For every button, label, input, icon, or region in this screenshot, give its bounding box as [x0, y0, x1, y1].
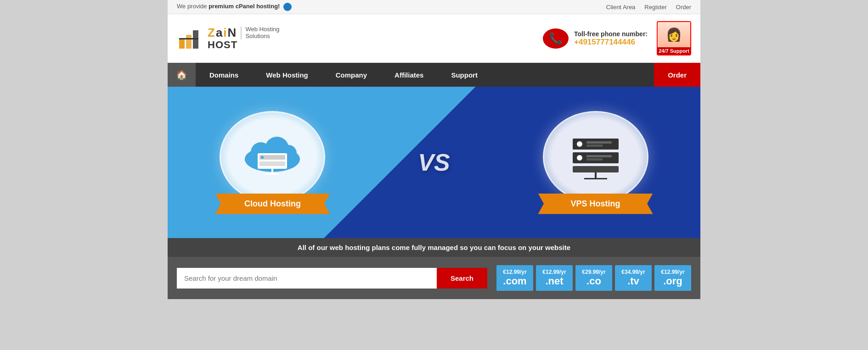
domain-price-item[interactable]: €29.99/yr .co	[575, 265, 612, 291]
hero-banner: Cloud Hosting VS	[168, 87, 700, 238]
vps-server-icon	[559, 129, 632, 184]
domain-price-item[interactable]: €34.99/yr .tv	[615, 265, 652, 291]
nav-home-button[interactable]: 🏠	[168, 63, 196, 87]
logo-tagline: Web Hosting Solutions	[245, 26, 279, 39]
logo-tagline1: Web Hosting	[245, 26, 279, 33]
svg-rect-24	[573, 166, 619, 172]
domain-price-ext: .net	[542, 275, 566, 287]
cloud-ribbon: Cloud Hosting	[215, 194, 330, 214]
logo-icon	[177, 26, 202, 51]
order-link-top[interactable]: Order	[676, 4, 691, 11]
svg-rect-15	[265, 173, 279, 175]
vps-oval	[543, 111, 648, 203]
svg-point-17	[577, 141, 582, 147]
nav-company[interactable]: Company	[322, 63, 381, 87]
cloud-hosting-card: Cloud Hosting	[208, 111, 337, 214]
svg-point-12	[261, 156, 264, 159]
managed-text: All of our web hosting plans come fully …	[298, 244, 570, 251]
domain-price-ext: .org	[661, 275, 685, 287]
nav-affiliates[interactable]: Affiliates	[381, 63, 437, 87]
domain-price-amount: €12.99/yr	[542, 269, 566, 275]
logo-host: HOST	[208, 39, 280, 51]
phone-area: 📞 Toll-free phone number: +4915777144446	[542, 26, 648, 51]
client-area-link[interactable]: Client Area	[606, 4, 636, 11]
header-right: 📞 Toll-free phone number: +4915777144446…	[542, 21, 691, 56]
svg-rect-23	[586, 158, 603, 161]
register-link[interactable]: Register	[644, 4, 666, 11]
promo-bold: premium cPanel hosting!	[209, 3, 280, 10]
vs-text: VS	[418, 149, 450, 176]
logo-i: i	[223, 26, 227, 39]
svg-rect-13	[259, 161, 285, 166]
svg-rect-3	[179, 38, 198, 39]
domain-price-amount: €12.99/yr	[661, 269, 685, 275]
support-person-icon: 👩	[658, 22, 690, 47]
logo-tagline2: Solutions	[245, 33, 279, 39]
support-badge: 👩 24/7 Support	[657, 21, 691, 56]
svg-rect-25	[595, 172, 597, 179]
top-links: Client Area Register Order	[606, 4, 691, 11]
domain-price-amount: €34.99/yr	[621, 269, 645, 275]
domain-price-amount: €12.99/yr	[503, 269, 527, 275]
domain-price-ext: .tv	[621, 275, 645, 287]
phone-details: Toll-free phone number: +4915777144446	[574, 30, 648, 47]
cloud-oval	[220, 111, 325, 203]
svg-rect-1	[186, 35, 192, 49]
svg-rect-19	[586, 144, 603, 147]
domain-price-item[interactable]: €12.99/yr .net	[536, 265, 573, 291]
globe-icon	[283, 3, 292, 11]
phone-label: Toll-free phone number:	[574, 30, 648, 38]
logo-zain: ZaiN	[208, 26, 237, 40]
domain-price-item[interactable]: €12.99/yr .org	[654, 265, 691, 291]
nav-domains[interactable]: Domains	[196, 63, 252, 87]
svg-rect-22	[586, 155, 612, 157]
cloud-label: Cloud Hosting	[244, 199, 301, 209]
domain-price-ext: .com	[503, 275, 527, 287]
domain-price-ext: .co	[582, 275, 606, 287]
domain-prices: €12.99/yr .com €12.99/yr .net €29.99/yr …	[496, 265, 691, 291]
header: ZaiN Web Hosting Solutions HOST	[168, 14, 700, 63]
phone-number: +4915777144446	[574, 38, 648, 47]
domain-search-input[interactable]	[177, 268, 437, 289]
home-icon: 🏠	[176, 69, 187, 80]
support-badge-label: 24/7 Support	[658, 47, 690, 55]
svg-rect-0	[179, 39, 185, 49]
logo-divider	[241, 27, 242, 39]
navigation: 🏠 Domains Web Hosting Company Affiliates…	[168, 63, 700, 87]
domain-price-item[interactable]: €12.99/yr .com	[496, 265, 533, 291]
top-bar: We provide premium cPanel hosting! Clien…	[168, 0, 700, 14]
svg-text:📞: 📞	[549, 32, 563, 45]
domain-search-box: Search	[177, 268, 487, 289]
domain-price-amount: €29.99/yr	[582, 269, 606, 275]
domain-search-button[interactable]: Search	[437, 268, 487, 289]
logo-text: ZaiN Web Hosting Solutions HOST	[208, 26, 280, 51]
phone-icon: 📞	[542, 26, 569, 51]
logo-z: Z	[208, 26, 216, 39]
nav-webhosting[interactable]: Web Hosting	[252, 63, 321, 87]
cloud-server-icon	[236, 129, 309, 184]
domain-section: Search €12.99/yr .com €12.99/yr .net €29…	[168, 257, 700, 299]
vps-hosting-card: VPS Hosting	[531, 111, 660, 214]
nav-order-button[interactable]: Order	[654, 63, 700, 87]
promo-text: We provide premium cPanel hosting!	[177, 3, 292, 11]
svg-point-21	[577, 155, 582, 161]
managed-bar: All of our web hosting plans come fully …	[168, 238, 700, 257]
vps-label: VPS Hosting	[571, 199, 620, 209]
svg-rect-18	[586, 141, 612, 144]
logo-area: ZaiN Web Hosting Solutions HOST	[177, 26, 280, 51]
nav-support[interactable]: Support	[437, 63, 491, 87]
svg-rect-26	[584, 178, 607, 179]
vps-ribbon: VPS Hosting	[538, 194, 653, 214]
promo-prefix: We provide	[177, 3, 209, 10]
